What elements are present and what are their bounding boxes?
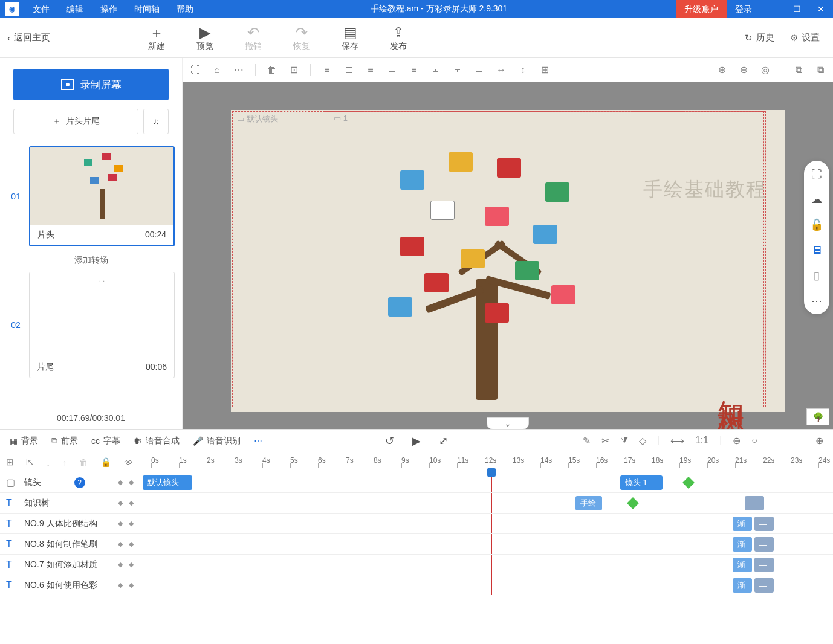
new-button[interactable]: ＋新建 xyxy=(134,24,180,52)
paste-icon[interactable]: ⧉ xyxy=(814,63,827,77)
lock-track-icon[interactable]: 🔒 xyxy=(100,457,112,468)
zoom-in-icon[interactable]: ⊕ xyxy=(715,63,728,77)
preview-label: 预览 xyxy=(182,41,228,52)
ruler-tick: 6s xyxy=(318,456,346,468)
keyframe-icon[interactable] xyxy=(627,497,639,509)
upgrade-button[interactable]: 升级账户 xyxy=(676,0,727,18)
zoom-out-icon[interactable]: ⊖ xyxy=(737,63,750,77)
clip-hand-draw[interactable]: 手绘 xyxy=(575,496,602,510)
record-screen-button[interactable]: 录制屏幕 xyxy=(13,69,169,100)
clip-camera-1[interactable]: 镜头 1 xyxy=(620,475,663,490)
cloud-icon[interactable]: ☁ xyxy=(809,192,824,207)
align-right-icon[interactable]: ≡ xyxy=(364,63,377,77)
snap-icon[interactable]: ⟷ xyxy=(670,435,684,446)
help-icon[interactable]: ? xyxy=(74,477,85,488)
same-width-icon[interactable]: ↔ xyxy=(494,63,508,77)
minimize-icon[interactable]: — xyxy=(760,0,785,18)
zoom-fit-icon[interactable]: ◎ xyxy=(759,63,772,77)
scale-icon[interactable]: 1:1 xyxy=(695,435,708,446)
back-home-button[interactable]: ‹ 返回主页 xyxy=(0,32,61,43)
undo-button[interactable]: ↶撤销 xyxy=(230,24,276,52)
home-icon[interactable]: ⌂ xyxy=(210,63,224,77)
settings-button[interactable]: ⚙设置 xyxy=(790,32,820,43)
clip-small[interactable]: — xyxy=(754,558,774,572)
menu-action[interactable]: 操作 xyxy=(92,0,126,18)
preview-button[interactable]: ▶预览 xyxy=(182,24,228,52)
publish-button[interactable]: ⇪发布 xyxy=(375,24,421,52)
history-button[interactable]: ↻历史 xyxy=(745,32,774,43)
menu-file[interactable]: 文件 xyxy=(24,0,58,18)
align-top-icon[interactable]: ⫠ xyxy=(386,63,399,77)
clip-small[interactable]: — xyxy=(754,517,774,531)
filter-icon[interactable]: ⧩ xyxy=(620,435,628,446)
zoom-slider[interactable]: ○ xyxy=(751,435,757,446)
clip-small[interactable]: — xyxy=(754,578,774,593)
align-bottom-icon[interactable]: ⫠ xyxy=(429,63,442,77)
more-view-icon[interactable]: ⋯ xyxy=(809,294,824,308)
menu-help[interactable]: 帮助 xyxy=(168,0,202,18)
minimap-button[interactable]: 🌳 xyxy=(806,408,829,425)
tab-tts[interactable]: 🗣语音合成 xyxy=(134,436,180,446)
crop-icon[interactable]: ⊡ xyxy=(287,63,300,77)
add-track-icon[interactable]: ⊞ xyxy=(6,457,14,468)
mobile-icon[interactable]: ▯ xyxy=(809,268,824,283)
trash-icon[interactable]: 🗑 xyxy=(265,63,279,77)
expand-icon[interactable]: ⤢ xyxy=(439,434,448,448)
text-icon: T xyxy=(6,498,18,509)
distribute-v-icon[interactable]: ⫠ xyxy=(473,63,486,77)
cut-icon[interactable]: ✂ xyxy=(601,435,609,446)
tab-background[interactable]: ▦背景 xyxy=(10,436,38,446)
music-button[interactable]: ♫ xyxy=(143,109,169,134)
clip-fade[interactable]: 渐 xyxy=(733,558,752,572)
clip-default-camera[interactable]: 默认镜头 xyxy=(143,475,192,490)
zoom-out-tl-icon[interactable]: ⊖ xyxy=(733,435,741,446)
clip-fade[interactable]: 渐 xyxy=(733,517,752,531)
tab-foreground[interactable]: ⧉前景 xyxy=(51,436,78,446)
clip-fade[interactable]: 渐 xyxy=(733,537,752,552)
menu-timeline[interactable]: 时间轴 xyxy=(126,0,168,18)
align-left-icon[interactable]: ≡ xyxy=(320,63,334,77)
align-center-icon[interactable]: ≣ xyxy=(342,63,355,77)
export-track-icon[interactable]: ⇱ xyxy=(26,457,34,468)
visible-track-icon[interactable]: 👁 xyxy=(124,457,133,468)
same-size-icon[interactable]: ⊞ xyxy=(538,63,551,77)
time-ruler[interactable]: 0s1s2s3s4s5s6s7s8s9s10s11s12s13s14s15s16… xyxy=(151,456,833,468)
close-icon[interactable]: ✕ xyxy=(809,0,833,18)
intro-outro-button[interactable]: ＋ 片头片尾 xyxy=(13,109,138,134)
align-middle-icon[interactable]: ≡ xyxy=(407,63,421,77)
keyframe-icon[interactable] xyxy=(682,477,695,489)
collapse-handle-icon[interactable]: ⌄ xyxy=(487,417,529,429)
clip-small[interactable]: — xyxy=(745,496,764,510)
ruler-tick: 11s xyxy=(457,456,485,468)
fullscreen-icon[interactable]: ⛶ xyxy=(809,167,824,181)
play-timeline-icon[interactable]: ▶ xyxy=(412,434,421,448)
clip-fade[interactable]: 渐 xyxy=(733,578,752,593)
maximize-icon[interactable]: ☐ xyxy=(785,0,809,18)
login-button[interactable]: 登录 xyxy=(727,0,760,18)
same-height-icon[interactable]: ↕ xyxy=(516,63,530,77)
down-icon[interactable]: ↓ xyxy=(46,457,51,468)
distribute-h-icon[interactable]: ⫟ xyxy=(451,63,464,77)
tab-subtitle[interactable]: cc字幕 xyxy=(91,436,120,446)
tab-asr[interactable]: 🎤语音识别 xyxy=(193,436,241,446)
redo-button[interactable]: ↷恢复 xyxy=(279,24,325,52)
more-icon[interactable]: ⋯ xyxy=(232,63,245,77)
desktop-icon[interactable]: 🖥 xyxy=(809,243,824,257)
slide-item[interactable]: 01 xyxy=(7,146,175,246)
add-transition-button[interactable]: 添加转场 xyxy=(7,251,175,272)
save-button[interactable]: ▤保存 xyxy=(327,24,373,52)
menu-edit[interactable]: 编辑 xyxy=(58,0,92,18)
clip-small[interactable]: — xyxy=(754,537,774,552)
trash-track-icon[interactable]: 🗑 xyxy=(79,457,88,468)
edit-icon[interactable]: ✎ xyxy=(583,435,591,446)
up-icon[interactable]: ↑ xyxy=(63,457,68,468)
unlock-icon[interactable]: 🔓 xyxy=(809,217,824,232)
rewind-icon[interactable]: ↺ xyxy=(385,434,394,448)
marker-icon[interactable]: ◇ xyxy=(639,435,646,446)
slide-item[interactable]: 02 … 片尾 00:06 xyxy=(7,272,175,378)
fit-icon[interactable]: ⛶ xyxy=(189,63,202,77)
tab-more[interactable]: ⋯ xyxy=(254,436,262,446)
canvas[interactable]: ▭ 默认镜头 ▭ 1 手绘基础教程 xyxy=(183,82,833,429)
zoom-in-tl-icon[interactable]: ⊕ xyxy=(815,435,823,446)
copy-icon[interactable]: ⧉ xyxy=(792,63,805,77)
